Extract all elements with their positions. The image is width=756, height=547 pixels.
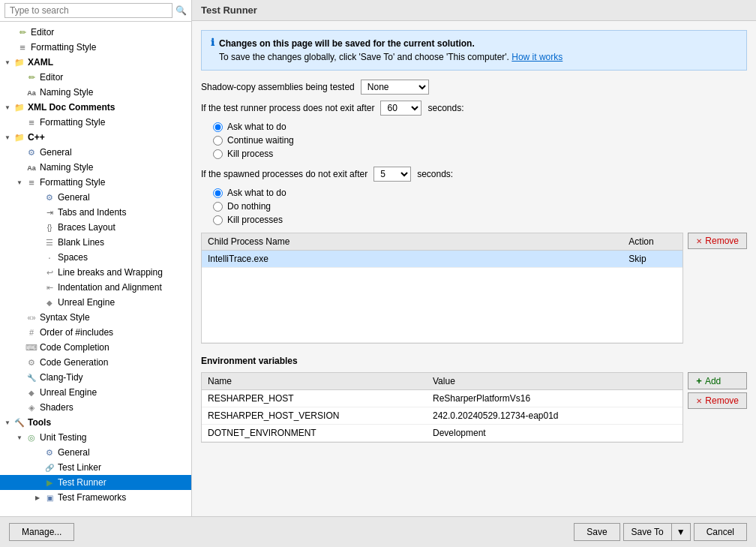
sidebar-item-unit-testing[interactable]: Unit Testing (0, 430, 191, 445)
sidebar-item-syntax-style[interactable]: Syntax Style (0, 310, 191, 325)
sidebar-item-general-1[interactable]: General (0, 145, 191, 160)
sidebar-item-general-3[interactable]: General (0, 445, 191, 460)
radio-item-continue: Continue waiting (213, 135, 747, 146)
sidebar-item-order-includes[interactable]: Order of #includes (0, 325, 191, 340)
sidebar-item-code-completion[interactable]: Code Completion (0, 340, 191, 355)
child-process-table-container: Child Process Name Action IntelliTrace.e… (201, 233, 683, 344)
hash-icon (26, 326, 38, 338)
no-arrow-icon (15, 88, 24, 97)
info-line1: Changes on this page will be saved for t… (219, 38, 475, 49)
radio-group-1: Ask what to do Continue waiting Kill pro… (201, 122, 747, 159)
sidebar-item-line-breaks[interactable]: Line breaks and Wrapping (0, 265, 191, 280)
no-arrow-icon (15, 403, 24, 412)
wrap-icon (44, 266, 56, 278)
sidebar-item-tabs-indents[interactable]: Tabs and Indents (0, 205, 191, 220)
manage-button[interactable]: Manage... (9, 523, 74, 541)
sidebar-item-unreal-2[interactable]: Unreal Engine (0, 385, 191, 400)
save-to-button[interactable]: Save To (623, 523, 671, 541)
sidebar-item-braces-layout[interactable]: Braces Layout (0, 220, 191, 235)
search-box[interactable]: 🔍 (0, 0, 191, 22)
shadow-copy-label: Shadow-copy assemblies being tested (201, 82, 355, 92)
sidebar-item-tools[interactable]: Tools (0, 415, 191, 430)
sidebar-item-editor-1[interactable]: Editor (0, 25, 191, 40)
table-row[interactable]: DOTNET_ENVIRONMENT Development (202, 425, 682, 442)
no-arrow-icon (33, 298, 42, 307)
sidebar-item-spaces[interactable]: Spaces (0, 250, 191, 265)
save-to-dropdown-button[interactable]: ▼ (671, 523, 691, 541)
radio-item-ask: Ask what to do (213, 122, 747, 132)
sidebar-item-naming-style-1[interactable]: Naming Style (0, 85, 191, 100)
main-container: 🔍 Editor Formatting Style (0, 0, 756, 547)
panel-title: Test Runner (201, 5, 257, 16)
search-input[interactable] (4, 3, 172, 18)
az-icon (26, 161, 38, 173)
child-remove-button[interactable]: Remove (688, 233, 747, 249)
table-empty-row (202, 268, 682, 343)
spawned-row: If the spawned processes do not exit aft… (201, 167, 747, 182)
spawned-select[interactable]: 5 (374, 167, 411, 182)
no-arrow-icon (6, 43, 15, 52)
sidebar-item-xml-doc[interactable]: XML Doc Comments (0, 100, 191, 115)
sidebar-item-shaders[interactable]: Shaders (0, 400, 191, 415)
radio-item-kill: Kill process (213, 149, 747, 159)
no-arrow-icon (33, 253, 42, 262)
sidebar-item-test-runner[interactable]: Test Runner (0, 475, 191, 490)
shaders-icon (26, 401, 38, 413)
sidebar-item-formatting-style-3[interactable]: Formatting Style (0, 175, 191, 190)
timeout-select[interactable]: 60 (380, 101, 422, 116)
sidebar-item-cpp[interactable]: C++ (0, 130, 191, 145)
sidebar-item-blank-lines[interactable]: Blank Lines (0, 235, 191, 250)
sidebar-item-indentation[interactable]: Indentation and Alignment (0, 280, 191, 295)
sidebar-item-test-frameworks[interactable]: Test Frameworks (0, 490, 191, 505)
tree: Editor Formatting Style XAML (0, 22, 191, 508)
sidebar-item-naming-style-2[interactable]: Naming Style (0, 160, 191, 175)
env-add-button[interactable]: Add (688, 372, 747, 389)
sidebar-item-label: Unit Testing (40, 432, 86, 443)
sidebar-item-general-2[interactable]: General (0, 190, 191, 205)
no-arrow-icon (33, 448, 42, 457)
sidebar-item-code-generation[interactable]: Code Generation (0, 355, 191, 370)
radio-continue[interactable] (213, 136, 223, 146)
table-row[interactable]: IntelliTrace.exe Skip (202, 251, 682, 268)
sidebar-item-label: C++ (28, 132, 45, 143)
sidebar-item-formatting-style-1[interactable]: Formatting Style (0, 40, 191, 55)
no-arrow-icon (15, 358, 24, 367)
timeout-row: If the test runner process does not exit… (201, 101, 747, 116)
pencil-icon (16, 26, 28, 38)
shadow-copy-select[interactable]: None All Only tested (361, 80, 429, 95)
sidebar-item-label: Shaders (40, 402, 74, 413)
radio-nothing[interactable] (213, 202, 223, 212)
arrow-right-icon (33, 493, 42, 502)
arrow-down-icon (3, 103, 12, 112)
sidebar-item-clang-tidy[interactable]: Clang-Tidy (0, 370, 191, 385)
radio-kill[interactable] (213, 149, 223, 159)
no-arrow-icon (33, 463, 42, 472)
plus-icon (696, 375, 702, 386)
radio-ask2[interactable] (213, 188, 223, 198)
radio-killp[interactable] (213, 215, 223, 225)
sidebar-item-editor-2[interactable]: Editor (0, 70, 191, 85)
col-process-name: Child Process Name (202, 233, 622, 251)
codegen-icon (26, 356, 38, 368)
content-area: 🔍 Editor Formatting Style (0, 0, 756, 516)
child-process-table-wrapper: Child Process Name Action IntelliTrace.e… (201, 233, 683, 353)
info-link[interactable]: How it works (512, 52, 562, 62)
radio-ask[interactable] (213, 122, 223, 132)
sidebar-item-unreal-1[interactable]: Unreal Engine (0, 295, 191, 310)
sidebar-item-test-linker[interactable]: Test Linker (0, 460, 191, 475)
sidebar-item-label: General (58, 447, 90, 458)
env-value-cell: Development (427, 425, 682, 442)
cancel-button[interactable]: Cancel (694, 523, 747, 541)
sidebar-item-label: Line breaks and Wrapping (58, 267, 163, 278)
table-row[interactable]: RESHARPER_HOST_VERSION 242.0.20240529.12… (202, 407, 682, 425)
folder-icon (14, 101, 26, 113)
sidebar-item-label: XAML (28, 57, 53, 68)
sidebar-item-xaml[interactable]: XAML (0, 55, 191, 70)
radio-ask-label: Ask what to do (227, 122, 286, 132)
env-remove-button[interactable]: Remove (688, 392, 747, 409)
tab-icon (44, 206, 56, 218)
save-button[interactable]: Save (574, 523, 620, 541)
sidebar-item-formatting-style-2[interactable]: Formatting Style (0, 115, 191, 130)
brace-icon (44, 221, 56, 233)
table-row[interactable]: RESHARPER_HOST ReSharperPlatformVs16 (202, 390, 682, 407)
